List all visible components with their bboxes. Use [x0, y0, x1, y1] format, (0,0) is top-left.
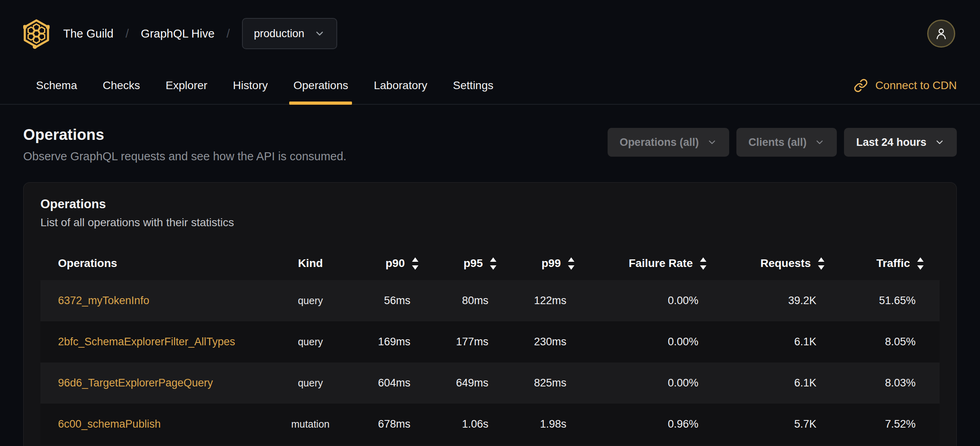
sort-arrows-icon: [700, 257, 706, 270]
operation-requests-cell: 6.1K: [722, 336, 840, 348]
column-header-kind: Kind: [264, 257, 356, 270]
operations-filter-label: Operations (all): [620, 136, 699, 149]
period-filter-label: Last 24 hours: [856, 136, 926, 149]
operation-name-cell: 96d6_TargetExplorerPageQuery: [40, 377, 264, 389]
operation-traffic-cell: 8.03%: [840, 377, 940, 389]
sort-arrows-icon: [818, 257, 824, 270]
column-label: Traffic: [876, 257, 910, 270]
operation-failure-rate-cell: 0.96%: [590, 418, 722, 430]
column-label: Requests: [760, 257, 811, 270]
column-label: Operations: [58, 257, 117, 270]
sort-arrows-icon: [412, 257, 418, 270]
operation-p90-cell: 604ms: [356, 377, 434, 389]
tab-schema[interactable]: Schema: [23, 67, 90, 104]
table-body: 6372_myTokenInfoquery56ms80ms122ms0.00%3…: [40, 280, 940, 445]
operation-traffic-cell: 8.05%: [840, 336, 940, 348]
operation-p95-cell: 649ms: [434, 377, 512, 389]
tab-checks[interactable]: Checks: [90, 67, 153, 104]
breadcrumb-separator: /: [226, 27, 230, 40]
operation-name-cell: 2bfc_SchemaExplorerFilter_AllTypes: [40, 336, 264, 348]
page-header: Operations Observe GraphQL requests and …: [0, 105, 980, 163]
operation-name-cell: 6372_myTokenInfo: [40, 295, 264, 307]
breadcrumb-project[interactable]: GraphQL Hive: [141, 27, 214, 40]
connect-cdn-label: Connect to CDN: [875, 79, 957, 92]
chevron-down-icon: [707, 137, 717, 147]
column-label: p99: [542, 257, 561, 270]
operation-link[interactable]: 96d6_TargetExplorerPageQuery: [58, 377, 213, 389]
main-content: Operations Observe GraphQL requests and …: [0, 105, 980, 446]
column-header-traffic[interactable]: Traffic: [840, 257, 940, 270]
table-row: 6372_myTokenInfoquery56ms80ms122ms0.00%3…: [40, 280, 940, 321]
nav-tabs: SchemaChecksExplorerHistoryOperationsLab…: [0, 67, 980, 105]
operation-kind-cell: query: [264, 295, 356, 307]
operation-p95-cell: 80ms: [434, 295, 512, 307]
breadcrumb: The Guild / GraphQL Hive / production: [23, 17, 337, 50]
tab-operations[interactable]: Operations: [280, 67, 361, 104]
operation-p90-cell: 678ms: [356, 418, 434, 430]
operation-link[interactable]: 6372_myTokenInfo: [58, 295, 149, 307]
tab-explorer[interactable]: Explorer: [153, 67, 220, 104]
operation-p95-cell: 177ms: [434, 336, 512, 348]
column-label: p90: [386, 257, 405, 270]
clients-filter-label: Clients (all): [748, 136, 807, 149]
column-label: Failure Rate: [629, 257, 693, 270]
period-filter-dropdown[interactable]: Last 24 hours: [844, 128, 957, 157]
operation-traffic-cell: 7.52%: [840, 418, 940, 430]
breadcrumb-org[interactable]: The Guild: [63, 27, 114, 40]
operations-card: Operations List of all operations with t…: [23, 182, 957, 446]
operations-filter-dropdown[interactable]: Operations (all): [608, 128, 729, 157]
operation-failure-rate-cell: 0.00%: [590, 336, 722, 348]
card-subtitle: List of all operations with their statis…: [24, 216, 956, 229]
column-header-p99[interactable]: p99: [512, 257, 590, 270]
operation-p90-cell: 56ms: [356, 295, 434, 307]
operation-p99-cell: 825ms: [512, 377, 590, 389]
target-selector-value: production: [254, 28, 304, 40]
tab-history[interactable]: History: [220, 67, 280, 104]
user-person-icon: [934, 26, 948, 41]
column-label: p95: [464, 257, 483, 270]
operation-requests-cell: 5.7K: [722, 418, 840, 430]
column-header-p90[interactable]: p90: [356, 257, 434, 270]
column-header-operations: Operations: [40, 257, 264, 270]
table-row: 2bfc_SchemaExplorerFilter_AllTypesquery1…: [40, 321, 940, 362]
operation-link[interactable]: 2bfc_SchemaExplorerFilter_AllTypes: [58, 336, 235, 348]
operation-failure-rate-cell: 0.00%: [590, 377, 722, 389]
card-title: Operations: [24, 197, 956, 211]
tab-settings[interactable]: Settings: [440, 67, 506, 104]
chevron-down-icon: [814, 137, 825, 147]
operation-kind-cell: query: [264, 336, 356, 348]
operation-requests-cell: 39.2K: [722, 295, 840, 307]
column-header-p95[interactable]: p95: [434, 257, 512, 270]
operation-requests-cell: 6.1K: [722, 377, 840, 389]
hive-logo-icon[interactable]: [23, 17, 50, 50]
page-subtitle: Observe GraphQL requests and see how the…: [23, 150, 346, 163]
operation-p99-cell: 122ms: [512, 295, 590, 307]
sort-arrows-icon: [568, 257, 574, 270]
breadcrumb-separator: /: [126, 27, 129, 40]
operation-kind-cell: mutation: [264, 418, 356, 430]
operation-failure-rate-cell: 0.00%: [590, 295, 722, 307]
link-chain-icon: [854, 78, 868, 93]
page-title: Operations: [23, 126, 346, 143]
operation-traffic-cell: 51.65%: [840, 295, 940, 307]
nav-tabs-list: SchemaChecksExplorerHistoryOperationsLab…: [23, 67, 506, 104]
operation-link[interactable]: 6c00_schemaPublish: [58, 418, 161, 430]
page-title-block: Operations Observe GraphQL requests and …: [23, 126, 346, 163]
operation-kind-cell: query: [264, 377, 356, 389]
operation-p90-cell: 169ms: [356, 336, 434, 348]
column-header-requests[interactable]: Requests: [722, 257, 840, 270]
clients-filter-dropdown[interactable]: Clients (all): [736, 128, 837, 157]
user-avatar-button[interactable]: [927, 20, 955, 48]
table-row: 6c00_schemaPublishmutation678ms1.06s1.98…: [40, 404, 940, 445]
top-bar: The Guild / GraphQL Hive / production: [0, 0, 980, 67]
operations-table: OperationsKindp90p95p99Failure RateReque…: [40, 247, 940, 445]
chevron-down-icon: [314, 28, 325, 39]
table-header-row: OperationsKindp90p95p99Failure RateReque…: [40, 247, 940, 280]
target-selector[interactable]: production: [242, 18, 337, 49]
sort-arrows-icon: [490, 257, 496, 270]
operation-p95-cell: 1.06s: [434, 418, 512, 430]
tab-laboratory[interactable]: Laboratory: [361, 67, 440, 104]
operation-p99-cell: 1.98s: [512, 418, 590, 430]
connect-cdn-link[interactable]: Connect to CDN: [854, 78, 957, 93]
column-header-failure-rate[interactable]: Failure Rate: [590, 257, 722, 270]
